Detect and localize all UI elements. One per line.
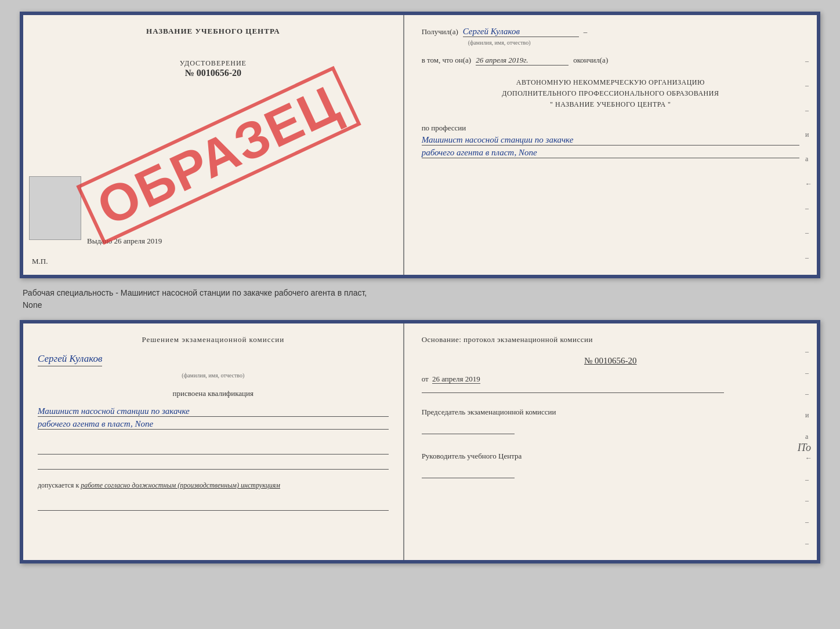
qualification-label: присвоена квалификация [38,389,389,398]
qualification-line1: Машинист насосной станции по закачке [38,406,389,417]
date-value-bottom: 26 апреля 2019 [432,375,480,384]
date-suffix: окончил(а) [573,56,608,65]
obrazets-text: ОБРАЗЕЦ [77,66,361,245]
cert-stamp-area: ОБРАЗЕЦ УДОСТОВЕРЕНИЕ № 0010656-20 [38,42,389,263]
cert-label: УДОСТОВЕРЕНИЕ [180,59,247,68]
received-label: Получил(а) [422,27,458,37]
underline-1 [38,444,389,455]
director-signature-line [422,464,515,478]
protocol-date: от 26 апреля 2019 [422,375,799,384]
received-field: Получил(а) Сергей Кулаков – [422,27,799,37]
person-name: Сергей Кулаков [38,353,102,366]
caption-line2: None [23,299,817,311]
org-line2: ДОПОЛНИТЕЛЬНОГО ПРОФЕССИОНАЛЬНОГО ОБРАЗО… [422,88,799,99]
underline-2 [38,459,389,470]
qualification-value-block: Машинист насосной станции по закачке раб… [38,404,389,430]
caption-line1: Рабочая специальность - Машинист насосно… [23,287,817,299]
cert-issued: Выдано 26 апреля 2019 [87,237,162,246]
director-label: Руководитель учебного Центра [422,452,799,461]
commission-title: Решением экзаменационной комиссии [38,335,389,344]
date-prefix: в том, что он(а) [422,56,472,65]
right-dashes: – – – и а ← – – – [805,50,812,269]
doc-left-panel: НАЗВАНИЕ УЧЕБНОГО ЦЕНТРА ОБРАЗЕЦ УДОСТОВ… [23,15,404,275]
cert-school-name: НАЗВАНИЕ УЧЕБНОГО ЦЕНТРА [38,27,389,36]
org-line3: " НАЗВАНИЕ УЧЕБНОГО ЦЕНТРА " [422,99,799,110]
director-block: Руководитель учебного Центра [422,452,799,478]
name-hint-bottom: (фамилия, имя, отчество) [38,372,389,379]
cert-photo-placeholder [29,176,81,240]
underline-bottom [38,500,389,511]
допускается-prefix: допускается к [38,481,79,489]
допускается-value: работе согласно должностным (производств… [81,481,280,489]
допускается-block: допускается к работе согласно должностны… [38,481,389,490]
date-value: 26 апреля 2019г. [476,56,569,66]
chairman-label: Председатель экзаменационной комиссии [422,408,799,417]
caption-text: Рабочая специальность - Машинист насосно… [20,287,820,311]
protocol-number: № 0010656-20 [422,356,799,366]
date-prefix-bottom: от [422,375,429,383]
chairman-signature-line [422,420,515,434]
profession-line1: Машинист насосной станции по закачке [422,135,799,146]
cert-number-block: УДОСТОВЕРЕНИЕ № 0010656-20 [180,59,247,78]
name-hint-top: (фамилия, имя, отчество) [468,39,799,46]
date-field: в том, что он(а) 26 апреля 2019г. окончи… [422,56,799,66]
person-name-block: Сергей Кулаков [38,353,389,366]
basis-label: Основание: протокол экзаменационной коми… [422,335,799,344]
received-name: Сергей Кулаков [463,27,579,37]
bottom-document: Решением экзаменационной комиссии Сергей… [20,320,820,563]
obrazets-stamp: ОБРАЗЕЦ [67,65,371,246]
org-block: АВТОНОМНУЮ НЕКОММЕРЧЕСКУЮ ОРГАНИЗАЦИЮ ДО… [422,77,799,111]
org-line1: АВТОНОМНУЮ НЕКОММЕРЧЕСКУЮ ОРГАНИЗАЦИЮ [422,77,799,88]
issued-label: Выдано [87,237,112,245]
right-side-dashes-bottom: – – – и а ← – – – – [805,341,812,554]
profession-line2: рабочего агента в пласт, None [422,148,799,158]
doc-right-panel: Получил(а) Сергей Кулаков – (фамилия, им… [404,15,817,275]
cert-number: № 0010656-20 [180,68,247,78]
bottom-right-panel: Основание: протокол экзаменационной коми… [404,323,817,560]
bottom-left-panel: Решением экзаменационной комиссии Сергей… [23,323,404,560]
top-document: НАЗВАНИЕ УЧЕБНОГО ЦЕНТРА ОБРАЗЕЦ УДОСТОВ… [20,12,820,278]
bottom-underlines [38,444,389,470]
issued-date: 26 апреля 2019 [114,237,162,245]
qualification-line2: рабочего агента в пласт, None [38,419,389,430]
chairman-block: Председатель экзаменационной комиссии [422,408,799,434]
profession-label: по профессии [422,123,466,132]
cert-mp: М.П. [32,257,48,266]
profession-block: по профессии Машинист насосной станции п… [422,123,799,158]
